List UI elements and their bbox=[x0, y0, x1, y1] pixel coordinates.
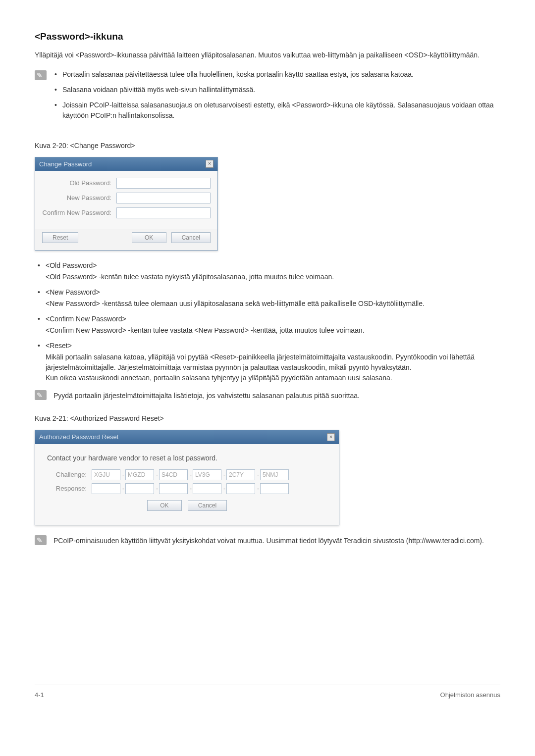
dash: - bbox=[189, 470, 193, 479]
new-password-label: New Password: bbox=[42, 193, 116, 203]
note-text: PCoIP-ominaisuuden käyttöön liittyvät yk… bbox=[54, 535, 484, 546]
def-term: <New Password> bbox=[46, 287, 500, 298]
page-heading: <Password>-ikkuna bbox=[35, 30, 500, 44]
intro-paragraph: Ylläpitäjä voi <Password>-ikkunassa päiv… bbox=[35, 50, 500, 60]
dialog-titlebar: Authorized Password Reset × bbox=[35, 430, 339, 444]
dash: - bbox=[256, 484, 260, 493]
note-block-3: PCoIP-ominaisuuden käyttöön liittyvät yk… bbox=[35, 535, 500, 546]
response-segment[interactable] bbox=[92, 483, 120, 494]
change-password-dialog: Change Password × Old Password: New Pass… bbox=[35, 157, 218, 251]
def-desc: Mikäli portaalin salasana katoaa, ylläpi… bbox=[46, 352, 500, 373]
note-text: Pyydä portaalin järjestelmätoimittajalta… bbox=[54, 390, 360, 401]
dialog-title-text: Authorized Password Reset bbox=[39, 432, 118, 442]
ok-button[interactable]: OK bbox=[147, 500, 182, 511]
note-icon bbox=[35, 535, 47, 545]
page-number: 4-1 bbox=[35, 690, 44, 700]
response-segment[interactable] bbox=[159, 483, 188, 494]
def-term: <Reset> bbox=[46, 341, 500, 351]
dash: - bbox=[256, 470, 260, 479]
confirm-password-input[interactable] bbox=[116, 207, 211, 218]
page-footer: 4-1 Ohjelmiston asennus bbox=[35, 690, 500, 700]
def-desc: <New Password> -kentässä tulee olemaan u… bbox=[46, 299, 500, 309]
ok-button[interactable]: OK bbox=[132, 232, 166, 243]
response-segment[interactable] bbox=[260, 483, 289, 494]
cancel-button[interactable]: Cancel bbox=[171, 232, 211, 243]
response-segment[interactable] bbox=[226, 483, 255, 494]
authorized-reset-dialog: Authorized Password Reset × Contact your… bbox=[35, 430, 339, 525]
old-password-label: Old Password: bbox=[42, 178, 116, 188]
challenge-segment bbox=[159, 469, 188, 480]
note-item: Portaalin salasanaa päivitettäessä tulee… bbox=[52, 69, 500, 80]
def-item: <Old Password> <Old Password> -kentän tu… bbox=[35, 260, 500, 282]
figure-caption-2: Kuva 2-21: <Authorized Password Reset> bbox=[35, 413, 500, 424]
def-desc: Kun oikea vastauskoodi annetaan, portaal… bbox=[46, 373, 500, 383]
response-label: Response: bbox=[47, 484, 92, 494]
old-password-input[interactable] bbox=[116, 178, 211, 189]
challenge-segment bbox=[92, 469, 120, 480]
definition-list: <Old Password> <Old Password> -kentän tu… bbox=[35, 260, 500, 383]
dash: - bbox=[121, 470, 125, 479]
def-term: <Confirm New Password> bbox=[46, 314, 500, 324]
footer-section: Ohjelmiston asennus bbox=[440, 690, 500, 700]
dialog-title-text: Change Password bbox=[39, 159, 92, 169]
dash: - bbox=[189, 484, 193, 493]
challenge-segment bbox=[226, 469, 255, 480]
note-block-1: Portaalin salasanaa päivitettäessä tulee… bbox=[35, 69, 500, 126]
new-password-input[interactable] bbox=[116, 193, 211, 203]
dialog-titlebar: Change Password × bbox=[35, 157, 217, 171]
reset-button[interactable]: Reset bbox=[42, 232, 78, 243]
challenge-segment bbox=[193, 469, 221, 480]
def-desc: <Old Password> -kentän tulee vastata nyk… bbox=[46, 272, 500, 282]
figure-caption-1: Kuva 2-20: <Change Password> bbox=[35, 141, 500, 151]
close-icon[interactable]: × bbox=[327, 433, 335, 441]
note-list-1: Portaalin salasanaa päivitettäessä tulee… bbox=[52, 69, 500, 126]
dash: - bbox=[155, 470, 159, 479]
note-item: Salasana voidaan päivittää myös web-sivu… bbox=[52, 85, 500, 95]
def-item: <New Password> <New Password> -kentässä … bbox=[35, 287, 500, 309]
footer-divider bbox=[35, 685, 500, 685]
confirm-password-label: Confirm New Password: bbox=[42, 208, 116, 218]
close-icon[interactable]: × bbox=[206, 160, 214, 168]
note-block-2: Pyydä portaalin järjestelmätoimittajalta… bbox=[35, 390, 500, 401]
note-icon bbox=[35, 390, 47, 400]
note-item: Joissain PCoIP-laitteissa salasanasuojau… bbox=[52, 100, 500, 121]
def-item: <Confirm New Password> <Confirm New Pass… bbox=[35, 314, 500, 336]
dash: - bbox=[155, 484, 159, 493]
challenge-segment bbox=[125, 469, 154, 480]
dash: - bbox=[222, 484, 226, 493]
challenge-label: Challenge: bbox=[47, 470, 92, 480]
response-segment[interactable] bbox=[125, 483, 154, 494]
note-icon bbox=[35, 70, 47, 80]
def-item: <Reset> Mikäli portaalin salasana katoaa… bbox=[35, 341, 500, 383]
dash: - bbox=[121, 484, 125, 493]
challenge-segment bbox=[260, 469, 289, 480]
def-desc: <Confirm New Password> -kentän tulee vas… bbox=[46, 325, 500, 336]
dash: - bbox=[222, 470, 226, 479]
cancel-button[interactable]: Cancel bbox=[188, 500, 227, 511]
response-segment[interactable] bbox=[193, 483, 221, 494]
dialog-instruction: Contact your hardware vendor to reset a … bbox=[42, 451, 332, 469]
def-term: <Old Password> bbox=[46, 260, 500, 271]
